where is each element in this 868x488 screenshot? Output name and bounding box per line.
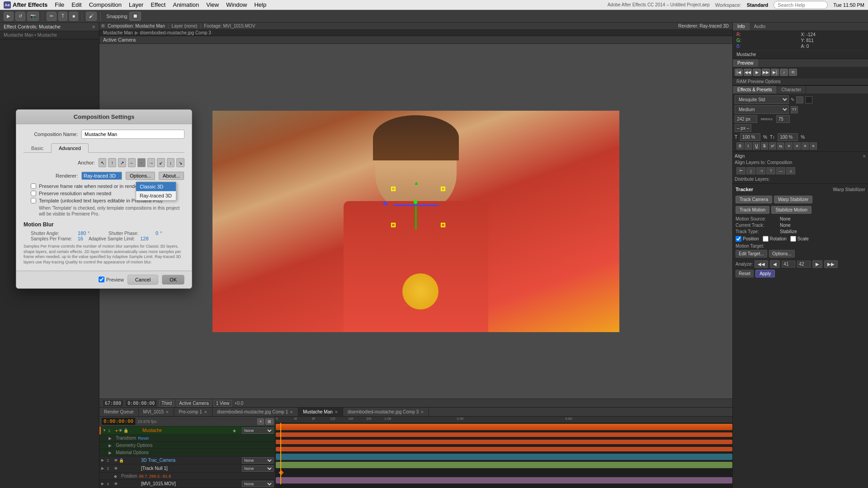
lock-icon-2[interactable]: 🔒: [119, 458, 124, 463]
align-right-btn[interactable]: ≡: [802, 142, 809, 150]
timeline-tab-render-queue[interactable]: Render Queue: [99, 408, 139, 416]
layer-parent-select-3[interactable]: None: [242, 465, 274, 472]
template-cb[interactable]: [31, 198, 36, 203]
italic-btn[interactable]: I: [745, 142, 752, 150]
rotation-checkbox-label[interactable]: Rotation: [763, 236, 787, 242]
camera-select[interactable]: Active Camera: [177, 400, 211, 407]
prev-play-btn[interactable]: ▶: [753, 69, 761, 76]
font-size-display[interactable]: 242 px: [735, 115, 757, 123]
menu-view[interactable]: View: [206, 1, 219, 8]
scale-y-val[interactable]: 100 %: [778, 133, 798, 141]
layer-row-mvi1015[interactable]: ▶ 4 👁 [MVI_1015.MOV] None: [99, 480, 275, 488]
layer-3d-icon[interactable]: ◈: [233, 428, 242, 433]
toolbar-text-tool[interactable]: T: [58, 12, 67, 21]
track-camera-btn[interactable]: Track Camera: [736, 196, 772, 203]
apply-btn[interactable]: Apply: [755, 270, 775, 277]
timeline-tab-mvi1015[interactable]: MVI_1015 ✕: [139, 408, 175, 416]
warp-stab-btn[interactable]: Warp Stabilizer: [774, 196, 812, 203]
vis-icon-2[interactable]: 👁: [114, 458, 118, 463]
toolbar-camera-tool[interactable]: 📷: [27, 12, 39, 21]
vis-icon-3[interactable]: 👁: [114, 466, 118, 471]
dialog-tab-advanced[interactable]: Advanced: [51, 143, 89, 153]
tab-close-dis1[interactable]: ✕: [290, 410, 293, 414]
superscript-btn[interactable]: x²: [769, 142, 776, 150]
menu-window[interactable]: Window: [226, 1, 247, 8]
toolbar-shape-tool[interactable]: ■: [69, 12, 78, 21]
track-motion-btn[interactable]: Track Motion: [736, 206, 769, 214]
units-select[interactable]: – px –: [735, 124, 751, 132]
playhead[interactable]: [280, 423, 281, 484]
snapping-toggle[interactable]: 🔲: [129, 12, 141, 21]
menu-layer[interactable]: Layer: [129, 1, 144, 8]
layer-row-3d-camera[interactable]: ▶ 2 👁 🔒 3D Trac_Camera None: [99, 456, 275, 465]
font-stroke-swatch[interactable]: [805, 96, 812, 103]
asl-value[interactable]: 128: [140, 236, 148, 241]
bold-btn[interactable]: B: [736, 142, 744, 150]
align-right-edge[interactable]: ⊣: [756, 167, 765, 174]
align-left-edge[interactable]: ⊢: [736, 167, 745, 174]
scale-x-val[interactable]: 100 %: [740, 133, 760, 141]
tab-close-precomp1[interactable]: ✕: [204, 410, 208, 414]
position-checkbox-label[interactable]: Position: [736, 236, 759, 242]
analyze-fwd-btn[interactable]: ▶: [812, 260, 822, 268]
analyze-frame-back-btn[interactable]: ◀: [770, 260, 780, 268]
preserve-resolution-cb[interactable]: [31, 191, 36, 196]
align-left-btn[interactable]: ≡: [785, 142, 793, 150]
layer-row-track-null[interactable]: ▶ 3 👁 [Track Null 1] None: [99, 465, 275, 473]
prev-audio-btn[interactable]: ♪: [780, 69, 788, 76]
anchor-tl-btn[interactable]: ↖: [99, 158, 107, 167]
anchor-bl-btn[interactable]: ↙: [157, 158, 165, 167]
workspace-value[interactable]: Standard: [747, 2, 769, 8]
tab-character[interactable]: Character: [777, 86, 807, 94]
lock-icon[interactable]: 🔒: [123, 428, 128, 433]
toolbar-select-tool[interactable]: ▶: [4, 12, 14, 21]
breadcrumb-item-1[interactable]: Mustache Man: [103, 30, 133, 35]
tab-close-dis3[interactable]: ✕: [420, 410, 424, 414]
toggle-switches-btn[interactable]: ⊞: [265, 418, 274, 425]
anchor-c-btn[interactable]: ·: [137, 158, 146, 167]
layer-expand-null[interactable]: ▶: [101, 466, 107, 470]
vis-icon-4[interactable]: 👁: [114, 482, 118, 486]
shutter-angle-val[interactable]: 180: [78, 230, 86, 236]
align-v-center[interactable]: —: [776, 167, 785, 174]
sub-row-transform[interactable]: ▶ Transform Reset: [99, 435, 275, 442]
analyze-last-btn[interactable]: ▶▶: [824, 260, 838, 268]
gizmo-corner-tl[interactable]: [391, 187, 396, 191]
dialog-tab-basic[interactable]: Basic: [24, 143, 51, 153]
menu-file[interactable]: File: [55, 1, 64, 8]
tab-info[interactable]: Info: [733, 23, 750, 30]
layer-expand-mustache[interactable]: ▼: [103, 428, 108, 432]
menu-help[interactable]: Help: [254, 1, 266, 8]
vis-icon[interactable]: 👁: [118, 428, 123, 433]
gizmo-corner-br[interactable]: [441, 223, 445, 227]
position-checkbox[interactable]: [736, 236, 741, 242]
rotation-checkbox[interactable]: [763, 236, 769, 242]
align-h-center[interactable]: |: [746, 167, 755, 174]
scale-checkbox-label[interactable]: Scale: [790, 236, 809, 242]
timeline-tab-disembodied3[interactable]: disembodied-mustache.jpg Comp 3 ✕: [343, 408, 429, 416]
renderer-option-classic[interactable]: Classic 3D: [136, 182, 176, 191]
timeline-tab-precomp1[interactable]: Pre-comp 1 ✕: [174, 408, 212, 416]
renderer-select[interactable]: Ray-traced 3D: [81, 172, 122, 180]
analyze-start-input[interactable]: [782, 261, 795, 267]
options-btn[interactable]: Options...: [769, 250, 795, 258]
transform-expand[interactable]: ▶: [108, 436, 116, 441]
material-expand[interactable]: ▶: [108, 450, 116, 455]
analyze-end-input[interactable]: [797, 261, 811, 267]
anchor-tr-btn[interactable]: ↗: [118, 158, 126, 167]
tab-close-mustache[interactable]: ✕: [335, 410, 338, 414]
ok-button[interactable]: OK: [162, 275, 184, 285]
underline-btn[interactable]: U̲: [753, 142, 760, 150]
strike-btn[interactable]: S̶: [761, 142, 768, 150]
geometry-expand[interactable]: ▶: [108, 443, 116, 448]
toolbar-rotate-tool[interactable]: ↺: [15, 12, 25, 21]
cancel-button[interactable]: Cancel: [127, 275, 158, 285]
preserve-framerate-cb[interactable]: [31, 183, 36, 189]
timeline-tab-mustache-man[interactable]: Mustache Man ✕: [298, 408, 343, 416]
position-expand[interactable]: ◆: [114, 474, 121, 479]
search-input[interactable]: [774, 1, 828, 9]
align-tab-label[interactable]: Align: [735, 154, 745, 159]
font-pencil-icon[interactable]: ✎: [791, 97, 794, 102]
analyze-back-btn[interactable]: ◀◀: [755, 260, 768, 268]
justify-btn[interactable]: ≡: [810, 142, 817, 150]
